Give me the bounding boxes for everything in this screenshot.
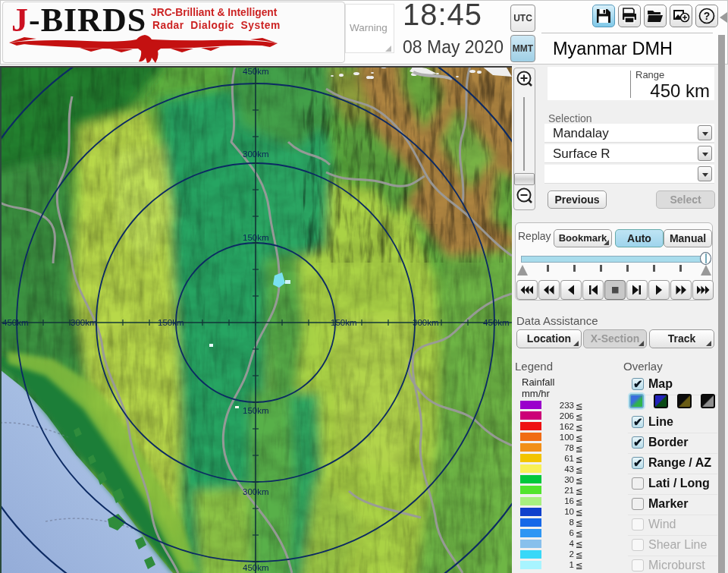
svg-text:150km: 150km <box>243 406 269 415</box>
svg-text:150km: 150km <box>331 318 357 327</box>
svg-text:450km: 450km <box>243 67 269 76</box>
svg-text:300km: 300km <box>243 150 269 159</box>
svg-text:450km: 450km <box>243 563 269 572</box>
svg-text:450km: 450km <box>2 318 29 327</box>
svg-text:450km: 450km <box>483 318 510 327</box>
svg-text:300km: 300km <box>243 487 269 496</box>
svg-text:?: ? <box>704 10 711 22</box>
svg-text:150km: 150km <box>158 318 184 327</box>
svg-text:150km: 150km <box>243 233 269 242</box>
svg-text:300km: 300km <box>71 318 97 327</box>
svg-text:300km: 300km <box>413 318 439 327</box>
